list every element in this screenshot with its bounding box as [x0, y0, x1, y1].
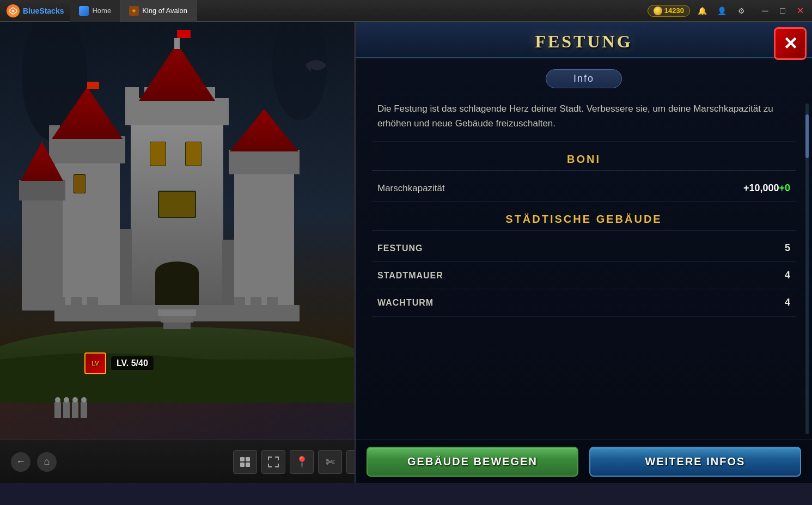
section-header: Info: [372, 69, 796, 88]
title-bar-right: 14230 🔔 👤 ⚙ ─ □ ✕: [648, 3, 812, 19]
castle-svg: [0, 22, 354, 403]
boni-row-0: Marschkapazität +10,000+0: [372, 175, 796, 202]
maximize-button[interactable]: □: [775, 3, 790, 19]
boni-value-green: +0: [779, 182, 790, 193]
settings-button[interactable]: ⚙: [734, 3, 749, 19]
panel-header: FESTUNG: [356, 22, 812, 58]
scroll-thumb: [805, 114, 809, 158]
soldier-1: [54, 401, 61, 418]
coin-icon: [654, 7, 662, 15]
svg-rect-15: [174, 38, 180, 49]
svg-point-42: [155, 261, 199, 283]
svg-rect-48: [251, 297, 261, 307]
back-button[interactable]: ←: [11, 452, 30, 472]
svg-rect-52: [163, 323, 191, 329]
svg-rect-33: [150, 142, 166, 166]
boni-value-white: +10,000: [743, 182, 779, 193]
boni-section: BONI Marschkapazität +10,000+0: [372, 153, 796, 202]
buildings-title: STÄDTISCHE GEBÄUDE: [372, 213, 796, 230]
notification-button[interactable]: 🔔: [694, 3, 710, 19]
svg-rect-34: [186, 142, 201, 166]
svg-rect-44: [54, 297, 65, 307]
info-section-title: Info: [546, 69, 622, 88]
game-tab-label: King of Avalon: [142, 7, 187, 15]
grid-icon-button[interactable]: [233, 450, 257, 474]
svg-rect-57: [246, 463, 250, 467]
boni-value-0: +10,000+0: [743, 182, 790, 194]
info-section: Info Die Festung ist das schlagende Herz…: [372, 69, 796, 142]
bluestacks-icon: [7, 4, 20, 17]
svg-rect-54: [240, 457, 245, 461]
svg-rect-29: [19, 180, 65, 200]
tab-game[interactable]: King of Avalon: [120, 0, 197, 22]
level-text: LV. 5/40: [111, 356, 154, 371]
soldier-2: [63, 401, 70, 418]
svg-rect-46: [87, 297, 98, 307]
more-info-button[interactable]: WEITERE INFOS: [589, 447, 801, 477]
expand-icon-button[interactable]: [261, 450, 285, 474]
svg-point-1: [12, 10, 14, 12]
svg-rect-16: [177, 30, 191, 38]
svg-rect-28: [22, 196, 63, 311]
svg-rect-25: [234, 169, 294, 311]
svg-rect-51: [161, 316, 193, 323]
svg-rect-39: [120, 229, 132, 311]
svg-rect-36: [159, 192, 195, 217]
panel-content: Info Die Festung ist das schlagende Herz…: [356, 58, 812, 317]
profile-button[interactable]: 👤: [714, 3, 729, 19]
building-value-0: 5: [785, 242, 790, 254]
castle-background: LV LV. 5/40 ← ⌂: [0, 22, 381, 483]
taskbar: ← ⌂ 📍 ✄: [0, 440, 381, 483]
soldier-4: [81, 401, 87, 418]
close-panel-button[interactable]: ✕: [774, 27, 807, 60]
building-label-1: STADTMAUER: [377, 271, 443, 281]
title-bar-left: BlueStacks Home King of Avalon: [0, 0, 648, 22]
building-value-2: 4: [785, 297, 790, 308]
taskbar-left: ← ⌂: [11, 452, 57, 472]
svg-rect-55: [246, 457, 250, 461]
home-tab-label: Home: [92, 7, 111, 15]
bluestacks-label: BlueStacks: [23, 7, 64, 15]
svg-rect-26: [229, 150, 300, 174]
home-button[interactable]: ⌂: [37, 452, 57, 472]
buildings-section: STÄDTISCHE GEBÄUDE FESTUNG 5 STADTMAUER …: [372, 213, 796, 317]
bottom-buttons: GEBÄUDE BEWEGEN WEITERE INFOS: [356, 440, 812, 483]
lv-label: LV: [91, 360, 99, 367]
soldier-3: [72, 401, 78, 418]
title-bar: BlueStacks Home King of Avalon 14230 🔔 👤…: [0, 0, 812, 22]
panel-title: FESTUNG: [356, 32, 812, 52]
game-tab-icon: [129, 6, 139, 16]
building-row-2: WACHTURM 4: [372, 289, 796, 317]
building-row-0: FESTUNG 5: [372, 235, 796, 262]
svg-rect-47: [234, 297, 245, 307]
scissors-icon-button[interactable]: ✄: [318, 450, 342, 474]
building-label-2: WACHTURM: [377, 298, 434, 308]
game-area: LV LV. 5/40 ← ⌂: [0, 22, 812, 483]
svg-rect-9: [125, 87, 139, 104]
boni-title: BONI: [372, 153, 796, 171]
svg-rect-50: [158, 309, 196, 316]
minimize-button[interactable]: ─: [758, 3, 773, 19]
window-controls: ─ □ ✕: [758, 3, 808, 19]
svg-rect-49: [267, 297, 278, 307]
taskbar-right: 📍 ✄ ⋮: [233, 450, 370, 474]
location-icon-button[interactable]: 📍: [290, 450, 314, 474]
level-badge: LV LV. 5/40: [84, 352, 154, 374]
svg-rect-56: [240, 463, 245, 467]
scroll-indicator: [805, 104, 809, 434]
close-window-button[interactable]: ✕: [792, 3, 808, 19]
move-building-button[interactable]: GEBÄUDE BEWEGEN: [367, 447, 578, 477]
building-row-1: STADTMAUER 4: [372, 262, 796, 289]
tab-home[interactable]: Home: [70, 0, 120, 22]
coins-value: 14230: [664, 7, 684, 15]
soldiers: [54, 401, 87, 418]
svg-rect-24: [87, 82, 99, 89]
bluestacks-logo: BlueStacks: [0, 0, 70, 22]
close-icon: ✕: [783, 35, 798, 52]
boni-label-0: Marschkapazität: [377, 183, 445, 194]
svg-rect-45: [71, 297, 82, 307]
coins-display: 14230: [648, 5, 690, 17]
info-panel: ✕ FESTUNG Info Die Festung ist das schla…: [355, 22, 812, 483]
svg-rect-38: [74, 175, 85, 193]
info-description: Die Festung ist das schlagende Herz dein…: [372, 96, 796, 142]
